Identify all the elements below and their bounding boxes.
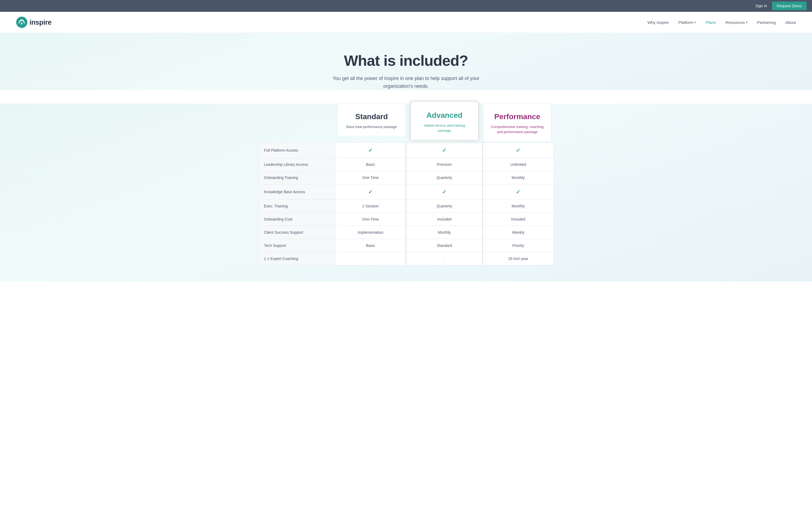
pricing-section: Standard Base total performance package … (0, 104, 812, 282)
standard-header: Standard Base total performance package (335, 104, 408, 142)
main-nav: Why Inspire Platform ▾ Plans Resources ▾… (648, 20, 796, 25)
advanced-value: Monthly (406, 226, 483, 239)
features-table: Full Platform Access✓✓✓Leadership Librar… (258, 142, 554, 266)
check-icon: ✓ (368, 189, 373, 195)
table-row: Exec. Training1 SessionQuarterlyMonthly (259, 199, 554, 212)
standard-value: One-Time (335, 212, 406, 226)
table-row: Leadership Library AccessBasicPremiumUnl… (259, 158, 554, 171)
performance-header: Performance Comprehensive training, coac… (481, 104, 554, 142)
table-row: Onboarding TrainingOne TimeQuarterlyMont… (259, 171, 554, 184)
feature-label: Client Success Support (259, 226, 335, 239)
nav-platform[interactable]: Platform ▾ (678, 20, 696, 25)
standard-value: Implementation (335, 226, 406, 239)
feature-label: Leadership Library Access (259, 158, 335, 171)
table-row: Onboarding CostOne-TimeIncludedIncluded (259, 212, 554, 226)
feature-label: Onboarding Cost (259, 212, 335, 226)
advanced-value: Premium (406, 158, 483, 171)
logo[interactable]: inspire (16, 17, 52, 28)
performance-value: Weekly (483, 226, 554, 239)
logo-text: inspire (30, 18, 52, 27)
table-row: Tech SupportBasicStandardPriority (259, 239, 554, 252)
table-row: 1-1 Expert Coaching--25 hrs/ year (259, 252, 554, 265)
pricing-container: Standard Base total performance package … (258, 104, 554, 266)
advanced-value: - (406, 252, 483, 265)
performance-value: Priority (483, 239, 554, 252)
dash-icon: - (444, 257, 445, 261)
feature-label: 1-1 Expert Coaching (259, 252, 335, 265)
hero-section: What is included? You get all the power … (0, 33, 812, 90)
page-title: What is included? (5, 52, 807, 69)
feature-label: Knowledge Base Access (259, 184, 335, 199)
standard-plan-name: Standard (344, 112, 399, 121)
nav-plans[interactable]: Plans (706, 20, 716, 25)
check-icon: ✓ (442, 147, 447, 153)
performance-value: ✓ (483, 142, 554, 158)
performance-value: 25 hrs/ year (483, 252, 554, 265)
feature-label: Exec. Training (259, 199, 335, 212)
standard-value: - (335, 252, 406, 265)
feature-label: Tech Support (259, 239, 335, 252)
performance-value: Monthly (483, 199, 554, 212)
table-row: Full Platform Access✓✓✓ (259, 142, 554, 158)
feature-label: Onboarding Training (259, 171, 335, 184)
standard-value: ✓ (335, 142, 406, 158)
advanced-value: Quarterly (406, 171, 483, 184)
performance-plan-name: Performance (490, 112, 545, 121)
svg-point-0 (16, 17, 27, 28)
plan-headers: Standard Base total performance package … (335, 104, 554, 142)
performance-value: Included (483, 212, 554, 226)
standard-value: Basic (335, 158, 406, 171)
performance-value: Monthly (483, 171, 554, 184)
hero-subtitle: You get all the power of Inspire in one … (325, 75, 487, 90)
feature-label: Full Platform Access (259, 142, 335, 158)
advanced-value: Included (406, 212, 483, 226)
header: inspire Why Inspire Platform ▾ Plans Res… (0, 12, 812, 33)
standard-value: Basic (335, 239, 406, 252)
advanced-header: Advanced Added service and training pack… (408, 101, 481, 140)
svg-point-1 (21, 23, 23, 25)
logo-icon (16, 17, 27, 28)
resources-chevron-icon: ▾ (746, 21, 748, 24)
standard-plan-desc: Base total performance package (344, 124, 399, 130)
standard-value: ✓ (335, 184, 406, 199)
performance-plan-desc: Comprehensive training, coaching and per… (490, 124, 545, 135)
advanced-value: Quarterly (406, 199, 483, 212)
standard-value: 1 Session (335, 199, 406, 212)
check-icon: ✓ (442, 189, 447, 195)
nav-about[interactable]: About (785, 20, 796, 25)
table-row: Client Success SupportImplementationMont… (259, 226, 554, 239)
standard-value: One Time (335, 171, 406, 184)
performance-value: Unlimited (483, 158, 554, 171)
table-row: Knowledge Base Access✓✓✓ (259, 184, 554, 199)
check-icon: ✓ (368, 147, 373, 153)
check-icon: ✓ (516, 189, 520, 195)
advanced-plan-name: Advanced (417, 111, 472, 120)
top-bar: Sign In Request Demo (0, 0, 812, 12)
nav-partnering[interactable]: Partnering (757, 20, 776, 25)
nav-resources[interactable]: Resources ▾ (726, 20, 748, 25)
platform-chevron-icon: ▾ (694, 21, 696, 24)
dash-icon: - (370, 257, 371, 261)
request-demo-button[interactable]: Request Demo (772, 2, 807, 10)
nav-why-inspire[interactable]: Why Inspire (648, 20, 669, 25)
advanced-value: Standard (406, 239, 483, 252)
advanced-plan-desc: Added service and training package (417, 123, 472, 133)
signin-button[interactable]: Sign In (751, 2, 772, 10)
performance-value: ✓ (483, 184, 554, 199)
advanced-value: ✓ (406, 142, 483, 158)
advanced-value: ✓ (406, 184, 483, 199)
check-icon: ✓ (516, 147, 520, 153)
